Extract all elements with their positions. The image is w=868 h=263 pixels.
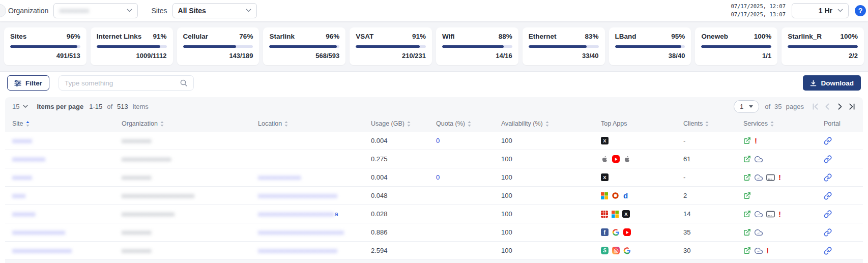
site-link[interactable]: xxxxxx [12,173,32,181]
search-input[interactable] [65,79,180,87]
cloud-service-icon[interactable] [755,228,763,237]
portal-link-icon[interactable] [824,137,832,145]
top-apps-cell: d [601,192,683,199]
top-apps-cell: X [601,173,683,181]
stat-progress-bar [442,45,512,48]
site-link[interactable]: xxxx [12,192,25,199]
location-link[interactable]: xxxxxxxxxxxxxxxxxxxxxxxx [258,247,337,254]
clients-cell: 14 [683,210,743,218]
remote-access-icon[interactable] [743,137,751,144]
next-page-button[interactable] [836,103,844,110]
filter-button-label: Filter [25,79,42,87]
portal-link-icon[interactable] [824,247,832,255]
stat-label: Ethernet [529,33,557,40]
remote-access-icon[interactable] [743,155,751,163]
location-link[interactable]: xxxxxxxxxxxxxxxxxxxxxxxxxx [258,228,344,236]
stat-percent: 100% [754,33,772,40]
portal-link-icon[interactable] [824,210,832,218]
fortinet-icon [601,211,608,218]
site-link[interactable]: xxxxxxxxxx [12,155,45,163]
usage-cell: 0.886 [371,228,436,236]
remote-access-icon[interactable] [743,228,751,236]
pages-of-label: of [765,103,770,110]
alert-icon[interactable]: ! [755,137,757,144]
column-header-services[interactable]: Services [743,120,824,127]
cloud-service-icon[interactable] [755,173,763,182]
location-link[interactable]: xxxxxxxxxxxxx [258,173,301,181]
filter-button[interactable]: Filter [7,75,49,91]
page-select[interactable]: 1 [734,100,759,113]
stat-card-oneweb: Oneweb 100% 1/1 [695,27,777,65]
column-header-availability[interactable]: Availability (%) [501,120,601,127]
download-icon [810,80,817,86]
content-section: Filter Download 15 Items per page 1-15 o… [0,71,868,263]
nav-collapse-circle[interactable] [0,4,6,17]
previous-page-button[interactable] [824,103,831,110]
site-link[interactable]: xxxxxxxxxxxxxxxx [12,228,65,236]
portal-card-icon[interactable] [766,174,775,181]
download-button[interactable]: Download [803,75,861,91]
first-page-button[interactable] [812,103,819,110]
remote-access-icon[interactable] [743,173,751,181]
column-label: Top Apps [601,120,627,127]
last-page-button[interactable] [848,103,856,110]
remote-access-icon[interactable] [743,247,751,254]
column-label: Organization [122,120,158,127]
site-link[interactable]: xxxxxxxxxxxxxxxxxx [12,247,72,254]
portal-link-icon[interactable] [824,192,832,200]
column-label: Portal [824,120,841,127]
organization-cell: xxxxxxxxx [122,137,258,144]
portal-card-icon[interactable] [766,211,775,218]
cloud-service-icon[interactable] [755,247,763,255]
usage-cell: 0.048 [371,192,436,199]
portal-cell [824,247,856,255]
stat-percent: 96% [326,33,339,40]
alert-icon[interactable]: ! [766,247,769,254]
stat-fraction: 1/1 [701,52,771,60]
column-header-location[interactable]: Location [258,120,371,127]
dailymotion-icon: d [623,192,628,199]
alert-icon[interactable]: ! [778,173,781,181]
x-app-icon: X [601,137,609,144]
stat-percent: 96% [67,33,80,40]
site-link[interactable]: xxxxxxx [12,210,36,218]
stat-card-ethernet: Ethernet 83% 33/40 [523,27,605,65]
help-icon[interactable]: ? [855,5,866,16]
remote-access-icon[interactable] [743,192,751,199]
quota-link[interactable]: 0 [436,173,440,181]
clients-cell: 2 [683,192,743,199]
stat-fraction: 14/16 [442,52,512,60]
stat-fraction: 210/231 [356,52,426,60]
column-header-organization[interactable]: Organization [122,120,258,127]
clients-cell: - [683,137,743,144]
sites-select[interactable]: All Sites [172,3,257,18]
table-panel: 15 Items per page 1-15 of 513 items 1 of… [5,97,863,263]
location-link[interactable]: xxxxxxxxxxxxxxxxxxxxxxx [258,210,334,218]
column-header-site[interactable]: Site [12,120,122,127]
remote-access-icon[interactable] [743,210,751,218]
page-select-caret-icon [749,105,753,108]
page-size-value[interactable]: 15 [12,103,19,110]
column-header-quota[interactable]: Quota (%) [436,120,501,127]
cloud-service-icon[interactable] [755,155,763,163]
alert-icon[interactable]: ! [778,210,781,218]
column-header-usage-gb[interactable]: Usage (GB) [371,120,436,127]
location-cell: xxxxxxxxxxxxxxxxxxxxxxxx [258,247,371,254]
quota-link[interactable]: 0 [436,137,440,144]
organization-select[interactable]: xxxxxxxxx [53,3,138,18]
sort-icon [705,121,709,127]
top-apps-cell: f [601,228,683,236]
portal-link-icon[interactable] [824,228,832,237]
search-box[interactable] [59,75,194,91]
portal-link-icon[interactable] [824,155,832,163]
page-size-chevron-icon[interactable] [23,105,28,108]
location-link[interactable]: xxxxxxxxxxxxxxxxxxxxxxxx [258,192,337,199]
site-link[interactable]: xxxxxx [12,137,32,144]
x-app-icon: X [622,210,630,218]
cloud-service-icon[interactable] [755,210,763,218]
stat-progress-bar [269,45,339,48]
portal-link-icon[interactable] [824,173,832,182]
availability-cell: 100 [501,155,601,163]
column-header-clients[interactable]: Clients [683,120,743,127]
time-range-select[interactable]: 1 Hr [792,3,849,18]
